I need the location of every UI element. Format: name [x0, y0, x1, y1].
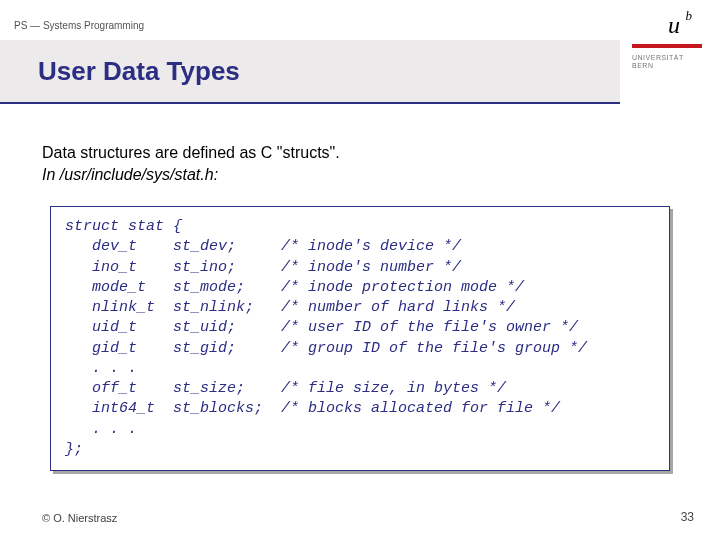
title-band: User Data Types: [0, 40, 620, 104]
body-line-2: In /usr/include/sys/stat.h:: [42, 164, 340, 186]
page-number: 33: [681, 510, 694, 524]
footer-copyright: © O. Nierstrasz: [42, 512, 117, 524]
logo-u-letter: u: [668, 12, 680, 39]
university-logo: u b UNIVERSITÄT BERN: [632, 8, 702, 104]
logo-red-bar: [632, 44, 702, 48]
course-header: PS — Systems Programming: [14, 20, 144, 31]
body-text: Data structures are defined as C "struct…: [42, 142, 340, 185]
logo-uni-line2: BERN: [632, 62, 653, 69]
slide-title: User Data Types: [38, 56, 240, 87]
logo-b-letter: b: [686, 8, 693, 24]
body-line-1: Data structures are defined as C "struct…: [42, 142, 340, 164]
logo-university-text: UNIVERSITÄT BERN: [632, 54, 702, 71]
logo-uni-line1: UNIVERSITÄT: [632, 54, 684, 61]
code-block: struct stat { dev_t st_dev; /* inode's d…: [50, 206, 670, 471]
